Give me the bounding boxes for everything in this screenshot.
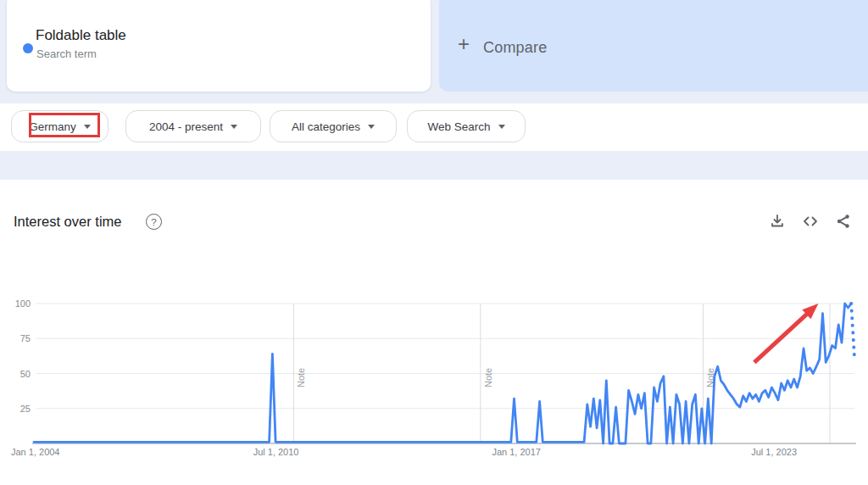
section-divider-band	[0, 151, 868, 180]
compare-card[interactable]: + Compare	[439, 0, 868, 92]
time-range-filter-dropdown[interactable]: 2004 - present	[125, 110, 261, 142]
plus-icon: +	[458, 36, 470, 53]
interest-over-time-section: Interest over time ? 255075100NoteNoteNo…	[0, 180, 868, 485]
y-tick-label: 100	[15, 298, 31, 309]
search-term-card[interactable]: Foldable table Search term	[7, 0, 431, 92]
search-term-title: Foldable table	[36, 27, 126, 44]
chevron-down-icon	[498, 125, 505, 129]
header-region: Foldable table Search term + Compare	[0, 0, 868, 103]
y-tick-label: 25	[20, 404, 31, 414]
time-range-filter-label: 2004 - present	[149, 120, 223, 133]
region-filter-label: Germany	[29, 120, 76, 133]
x-tick-label: Jul 1, 2023	[751, 447, 797, 457]
search-type-filter-dropdown[interactable]: Web Search	[407, 110, 526, 142]
annotation-arrow-shaft	[754, 312, 809, 362]
share-icon[interactable]	[834, 212, 853, 231]
region-filter-dropdown[interactable]: Germany	[11, 110, 108, 142]
x-tick-label: Jan 1, 2004	[11, 447, 60, 457]
interest-over-time-chart[interactable]: 255075100NoteNoteNoteJan 1, 2004Jul 1, 2…	[0, 288, 868, 471]
chevron-down-icon	[231, 125, 237, 129]
section-title: Interest over time	[14, 214, 121, 230]
search-term-subtitle: Search term	[36, 47, 97, 60]
series-color-dot-icon	[23, 43, 33, 53]
trend-line-incomplete-dotted	[851, 304, 854, 357]
x-tick-label: Jan 1, 2017	[492, 447, 541, 457]
chart-svg: 255075100NoteNoteNoteJan 1, 2004Jul 1, 2…	[0, 288, 868, 471]
y-tick-label: 50	[20, 369, 31, 379]
download-icon[interactable]	[768, 212, 787, 231]
compare-label: Compare	[483, 39, 547, 57]
help-icon[interactable]: ?	[146, 214, 162, 230]
category-filter-dropdown[interactable]: All categories	[270, 110, 397, 142]
x-tick-label: Jul 1, 2010	[253, 447, 299, 457]
search-type-filter-label: Web Search	[427, 120, 490, 133]
category-filter-label: All categories	[292, 120, 360, 133]
chevron-down-icon	[84, 125, 91, 129]
y-tick-label: 75	[20, 333, 31, 343]
chart-toolbar	[768, 212, 853, 231]
note-label: Note	[296, 368, 306, 387]
embed-code-icon[interactable]	[801, 212, 820, 231]
chevron-down-icon	[368, 125, 375, 129]
note-label: Note	[483, 368, 493, 387]
filter-bar: Germany 2004 - present All categories We…	[0, 103, 868, 151]
